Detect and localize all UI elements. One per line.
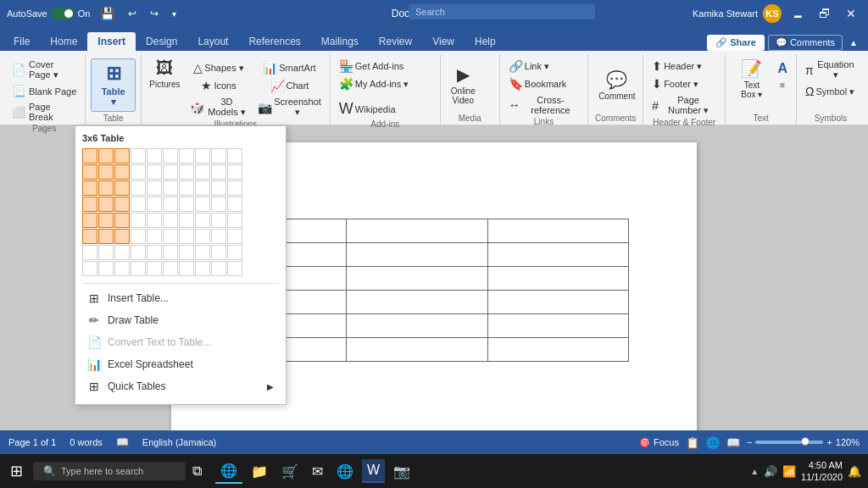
search-taskbar-button[interactable]: 🔍 Type here to search: [33, 462, 186, 480]
web-layout-button[interactable]: 🌐: [706, 436, 720, 449]
grid-cell[interactable]: [147, 213, 162, 228]
grid-cell[interactable]: [114, 229, 130, 244]
grid-cell[interactable]: [147, 148, 162, 164]
minimize-button[interactable]: 🗕: [787, 5, 809, 22]
word-count[interactable]: 0 words: [70, 437, 103, 447]
table-button[interactable]: ⊞ Table ▾: [91, 58, 135, 112]
language[interactable]: English (Jamaica): [142, 437, 216, 447]
close-button[interactable]: ✕: [841, 5, 861, 22]
equation-button[interactable]: π Equation ▾: [802, 58, 860, 82]
excel-spreadsheet-item[interactable]: 📊 Excel Spreadsheet: [82, 353, 279, 375]
grid-cell[interactable]: [98, 229, 114, 244]
wordart-button[interactable]: A: [774, 59, 791, 78]
grid-cell[interactable]: [163, 180, 178, 196]
grid-cell[interactable]: [211, 229, 226, 244]
grid-cell[interactable]: [98, 180, 114, 196]
tab-references[interactable]: References: [238, 32, 310, 51]
grid-cell[interactable]: [195, 261, 210, 276]
save-button[interactable]: 💾: [97, 5, 118, 22]
textbox-button[interactable]: 📝 Text Box ▾: [731, 56, 772, 102]
read-mode-button[interactable]: 📖: [726, 436, 740, 449]
focus-button[interactable]: 🎯 Focus: [639, 437, 679, 448]
draw-table-item[interactable]: ✏ Draw Table: [82, 309, 279, 331]
avatar[interactable]: KS: [763, 4, 782, 23]
grid-cell[interactable]: [211, 261, 226, 276]
grid-cell[interactable]: [114, 213, 130, 228]
grid-cell[interactable]: [195, 148, 210, 164]
grid-cell[interactable]: [114, 180, 130, 196]
grid-cell[interactable]: [163, 148, 178, 164]
grid-cell[interactable]: [131, 229, 146, 244]
tab-mailings[interactable]: Mailings: [311, 32, 369, 51]
grid-cell[interactable]: [195, 197, 210, 212]
clock[interactable]: 4:50 AM 11/1/2020: [801, 459, 843, 484]
grid-cell[interactable]: [98, 245, 114, 260]
table-grid[interactable]: [82, 148, 279, 276]
grid-cell[interactable]: [114, 261, 130, 276]
grid-cell[interactable]: [82, 245, 97, 260]
taskbar-chrome-button[interactable]: 🌐: [331, 460, 359, 483]
grid-cell[interactable]: [147, 261, 162, 276]
start-button[interactable]: ⊞: [0, 462, 33, 480]
grid-cell[interactable]: [195, 213, 210, 228]
comments-button[interactable]: 💬 Comments: [768, 35, 843, 51]
my-addins-button[interactable]: 🧩 My Add-ins ▾: [336, 75, 412, 92]
grid-cell[interactable]: [114, 164, 130, 180]
tab-review[interactable]: Review: [369, 32, 422, 51]
grid-cell[interactable]: [179, 261, 194, 276]
taskbar-photos-button[interactable]: 📷: [388, 460, 415, 483]
grid-cell[interactable]: [114, 197, 130, 212]
grid-cell[interactable]: [195, 164, 210, 180]
grid-cell[interactable]: [227, 180, 242, 196]
zoom-out-button[interactable]: −: [747, 437, 752, 447]
share-button[interactable]: 🔗 Share: [707, 35, 765, 51]
grid-cell[interactable]: [179, 213, 194, 228]
page-info[interactable]: Page 1 of 1: [8, 437, 56, 447]
tab-layout[interactable]: Layout: [187, 32, 238, 51]
cross-reference-button[interactable]: ↔ Cross-reference: [505, 93, 582, 117]
grid-cell[interactable]: [114, 245, 130, 260]
grid-cell[interactable]: [82, 213, 97, 228]
ribbon-collapse-button[interactable]: ▲: [846, 36, 861, 49]
zoom-slider[interactable]: [755, 441, 823, 444]
grid-cell[interactable]: [195, 229, 210, 244]
taskbar-mail-button[interactable]: ✉: [307, 460, 328, 483]
grid-cell[interactable]: [211, 164, 226, 180]
grid-cell[interactable]: [131, 164, 146, 180]
grid-cell[interactable]: [195, 245, 210, 260]
grid-cell[interactable]: [147, 229, 162, 244]
task-view-button[interactable]: ⧉: [186, 463, 209, 479]
grid-cell[interactable]: [98, 148, 114, 164]
search-input[interactable]: [409, 4, 595, 19]
online-video-button[interactable]: ▶ OnlineVideo: [446, 62, 481, 108]
notification-button[interactable]: 🔔: [848, 465, 861, 478]
grid-cell[interactable]: [131, 148, 146, 164]
grid-cell[interactable]: [179, 180, 194, 196]
footer-button[interactable]: ⬇ Footer ▾: [648, 75, 702, 92]
grid-cell[interactable]: [131, 261, 146, 276]
grid-cell[interactable]: [179, 229, 194, 244]
smartart-button[interactable]: 📊 SmartArt: [254, 59, 325, 76]
grid-cell[interactable]: [147, 197, 162, 212]
grid-cell[interactable]: [179, 164, 194, 180]
grid-cell[interactable]: [98, 213, 114, 228]
tab-help[interactable]: Help: [465, 32, 506, 51]
redo-button[interactable]: ↪: [147, 6, 162, 21]
grid-cell[interactable]: [98, 197, 114, 212]
grid-cell[interactable]: [195, 180, 210, 196]
grid-cell[interactable]: [179, 197, 194, 212]
grid-cell[interactable]: [131, 245, 146, 260]
3d-models-button[interactable]: 🎲 3D Models ▾: [186, 95, 251, 119]
dropcap-button[interactable]: ≡: [774, 79, 791, 92]
grid-cell[interactable]: [131, 180, 146, 196]
customize-qa-button[interactable]: ▾: [169, 8, 180, 20]
zoom-level[interactable]: 120%: [836, 437, 860, 447]
insert-table-item[interactable]: ⊞ Insert Table...: [82, 287, 279, 309]
taskbar-explorer-button[interactable]: 📁: [246, 460, 273, 483]
grid-cell[interactable]: [147, 180, 162, 196]
taskbar-edge-button[interactable]: 🌐: [215, 459, 242, 484]
grid-cell[interactable]: [82, 261, 97, 276]
tab-view[interactable]: View: [422, 32, 465, 51]
link-button[interactable]: 🔗 Link ▾: [505, 58, 553, 75]
taskbar-word-button[interactable]: W: [362, 459, 385, 483]
